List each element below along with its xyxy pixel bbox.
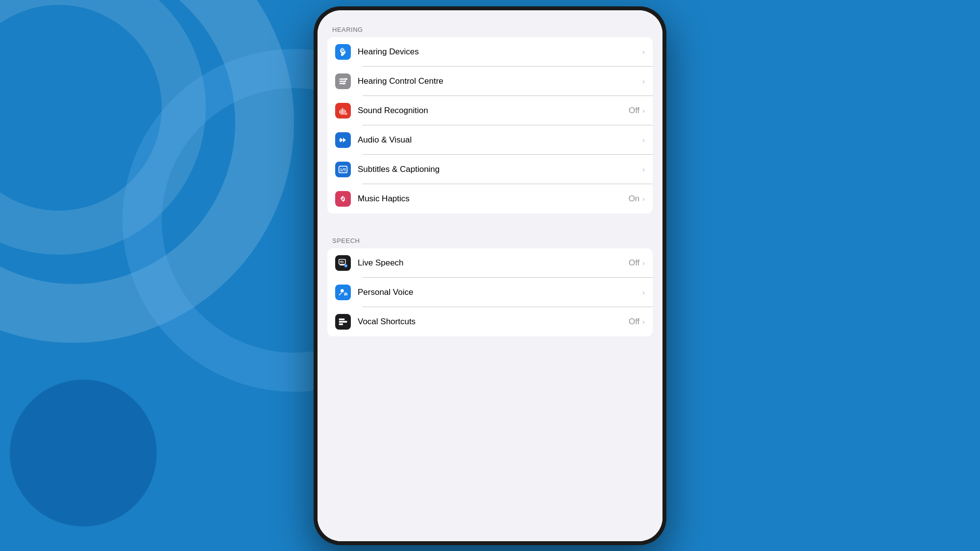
svg-marker-13 — [343, 138, 346, 143]
svg-rect-17 — [343, 168, 346, 169]
svg-rect-26 — [343, 261, 344, 263]
music-haptics-icon-wrapper — [335, 191, 351, 207]
live-speech-icon — [338, 258, 348, 268]
hearing-devices-row[interactable]: Hearing Devices › — [327, 37, 653, 67]
svg-point-4 — [344, 80, 346, 82]
live-speech-label: Live Speech — [358, 258, 629, 268]
audio-visual-icon — [338, 135, 348, 145]
sound-recognition-icon — [338, 106, 348, 116]
hearing-devices-icon-wrapper — [335, 44, 351, 60]
svg-point-21 — [343, 198, 344, 199]
svg-rect-9 — [343, 109, 344, 115]
svg-rect-18 — [340, 170, 343, 171]
subtitles-captioning-row[interactable]: Subtitles & Captioning › — [327, 155, 653, 184]
sound-recognition-row[interactable]: Sound Recognition Off › — [327, 96, 653, 125]
bg-circle — [10, 380, 157, 527]
svg-rect-36 — [339, 323, 343, 325]
svg-rect-29 — [346, 265, 346, 266]
svg-rect-7 — [341, 109, 342, 115]
music-haptics-value: On — [629, 194, 640, 204]
music-haptics-icon — [338, 194, 348, 204]
hearing-control-centre-icon-wrapper — [335, 73, 351, 89]
live-speech-icon-wrapper — [335, 255, 351, 271]
live-speech-row[interactable]: Live Speech Off › — [327, 248, 653, 278]
hearing-settings-group: Hearing Devices › — [327, 37, 653, 214]
speech-section-header: SPEECH — [318, 231, 662, 248]
personal-voice-chevron: › — [642, 288, 645, 296]
speech-settings-group: Live Speech Off › P — [327, 248, 653, 336]
hearing-section-header: HEARING — [318, 20, 662, 37]
hearing-control-centre-label: Hearing Control Centre — [358, 76, 642, 86]
personal-voice-label: Personal Voice — [358, 287, 642, 297]
svg-rect-25 — [342, 261, 343, 263]
audio-visual-icon-wrapper — [335, 132, 351, 148]
svg-rect-14 — [340, 139, 341, 141]
audio-visual-row[interactable]: Audio & Visual › — [327, 125, 653, 155]
vocal-shortcuts-label: Vocal Shortcuts — [358, 317, 629, 327]
svg-rect-8 — [342, 108, 343, 115]
vocal-shortcuts-icon — [338, 317, 348, 327]
phone-container: HEARING Hearing Devices › — [314, 6, 666, 545]
scroll-area: HEARING Hearing Devices › — [318, 10, 662, 541]
sound-recognition-icon-wrapper — [335, 103, 351, 119]
svg-point-5 — [343, 82, 345, 84]
bg-arc-2 — [0, 0, 206, 255]
hearing-control-centre-chevron: › — [642, 77, 645, 85]
personal-voice-icon — [338, 287, 348, 297]
subtitles-icon — [338, 165, 348, 174]
audio-visual-chevron: › — [642, 136, 645, 144]
subtitles-captioning-chevron: › — [642, 166, 645, 173]
personal-voice-row[interactable]: Personal Voice › — [327, 278, 653, 307]
svg-point-3 — [345, 78, 347, 80]
live-speech-chevron: › — [642, 259, 645, 267]
svg-rect-6 — [340, 110, 341, 114]
phone-screen: HEARING Hearing Devices › — [318, 10, 662, 541]
controls-icon — [338, 76, 348, 86]
subtitles-icon-wrapper — [335, 162, 351, 177]
svg-rect-28 — [345, 265, 346, 266]
svg-point-30 — [341, 289, 344, 292]
svg-marker-12 — [340, 138, 343, 143]
bg-arc-1 — [0, 0, 294, 343]
svg-rect-24 — [340, 261, 341, 262]
svg-rect-23 — [340, 264, 344, 265]
live-speech-value: Off — [629, 258, 639, 268]
audio-visual-label: Audio & Visual — [358, 135, 642, 145]
music-haptics-chevron: › — [642, 195, 645, 203]
svg-rect-31 — [344, 292, 345, 295]
vocal-shortcuts-icon-wrapper — [335, 314, 351, 330]
hearing-devices-label: Hearing Devices — [358, 47, 642, 57]
hearing-control-centre-row[interactable]: Hearing Control Centre › — [327, 67, 653, 96]
svg-rect-34 — [339, 318, 345, 320]
vocal-shortcuts-value: Off — [629, 317, 639, 327]
sound-recognition-value: Off — [629, 106, 639, 116]
vocal-shortcuts-chevron: › — [642, 318, 645, 326]
music-haptics-label: Music Haptics — [358, 194, 629, 204]
hearing-devices-chevron: › — [642, 48, 645, 56]
vocal-shortcuts-row[interactable]: Vocal Shortcuts Off › — [327, 307, 653, 336]
svg-rect-19 — [344, 170, 346, 171]
section-gap — [318, 214, 662, 231]
personal-voice-icon-wrapper — [335, 285, 351, 300]
svg-rect-32 — [345, 292, 346, 296]
svg-point-27 — [344, 264, 348, 267]
sound-recognition-chevron: › — [642, 107, 645, 115]
ear-icon — [338, 47, 348, 57]
music-haptics-row[interactable]: Music Haptics On › — [327, 184, 653, 214]
svg-rect-35 — [339, 321, 347, 322]
svg-rect-33 — [347, 293, 348, 295]
svg-rect-1 — [340, 80, 344, 82]
subtitles-captioning-label: Subtitles & Captioning — [358, 165, 642, 174]
svg-rect-16 — [340, 168, 342, 169]
sound-recognition-label: Sound Recognition — [358, 106, 629, 116]
